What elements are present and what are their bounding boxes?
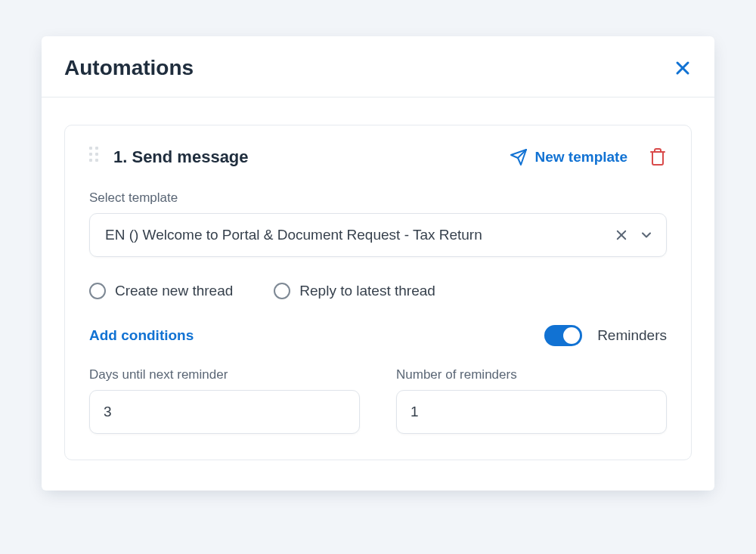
reminders-label: Reminders <box>597 327 667 344</box>
radio-create-label: Create new thread <box>115 283 233 299</box>
close-button[interactable] <box>674 59 692 77</box>
reminders-toggle[interactable] <box>544 325 582 346</box>
card-actions: New template <box>510 147 667 167</box>
days-label: Days until next reminder <box>89 367 360 382</box>
modal-body: 1. Send message New template Select temp… <box>42 97 714 491</box>
step-card: 1. Send message New template Select temp… <box>64 125 692 460</box>
radio-icon <box>274 283 290 299</box>
template-select-value: EN () Welcome to Portal & Document Reque… <box>105 227 615 243</box>
close-icon <box>674 59 692 77</box>
thread-radio-group: Create new thread Reply to latest thread <box>89 283 667 299</box>
radio-reply-thread[interactable]: Reply to latest thread <box>274 283 435 299</box>
radio-icon <box>89 283 106 299</box>
toggle-knob <box>563 327 580 344</box>
add-conditions-link[interactable]: Add conditions <box>89 327 194 344</box>
count-label: Number of reminders <box>396 367 667 382</box>
modal-title: Automations <box>64 56 194 80</box>
card-title: 1. Send message <box>113 147 249 167</box>
select-template-label: Select template <box>89 190 667 206</box>
card-title-group: 1. Send message <box>89 147 249 168</box>
modal-header: Automations <box>42 36 714 97</box>
days-column: Days until next reminder <box>89 367 360 434</box>
card-header: 1. Send message New template <box>89 147 667 168</box>
automations-modal: Automations 1. Send message New template <box>42 36 714 491</box>
trash-icon <box>649 147 667 167</box>
paper-plane-icon <box>510 148 528 166</box>
count-input[interactable] <box>396 390 667 434</box>
clear-icon[interactable] <box>615 228 628 242</box>
new-template-link[interactable]: New template <box>510 148 627 166</box>
drag-handle-icon[interactable] <box>89 147 103 168</box>
chevron-down-icon[interactable] <box>639 227 654 243</box>
reminder-inputs: Days until next reminder Number of remin… <box>89 367 667 434</box>
conditions-row: Add conditions Reminders <box>89 325 667 346</box>
radio-reply-label: Reply to latest thread <box>299 283 435 299</box>
days-input[interactable] <box>89 390 360 434</box>
radio-create-thread[interactable]: Create new thread <box>89 283 233 299</box>
template-select[interactable]: EN () Welcome to Portal & Document Reque… <box>89 213 667 257</box>
count-column: Number of reminders <box>396 367 667 434</box>
new-template-label: New template <box>535 149 627 166</box>
template-select-controls <box>615 227 654 243</box>
reminders-group: Reminders <box>544 325 667 346</box>
delete-step-button[interactable] <box>649 147 667 167</box>
